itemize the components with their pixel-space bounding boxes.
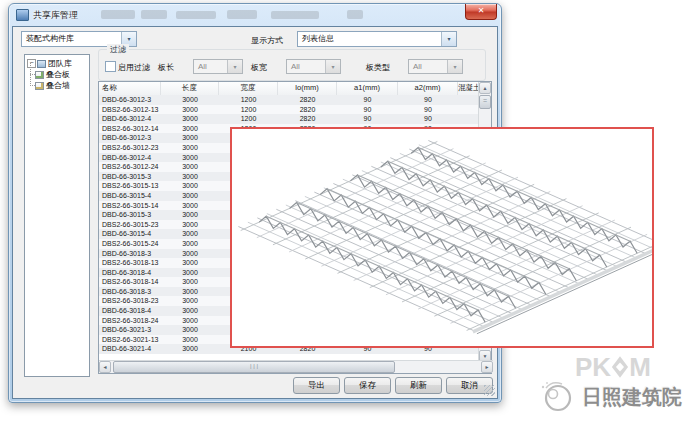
desktop-background: 共享库管理 ✕ 装配式构件库 ▾ 显示方式 列表信息 ▾ −团队库	[0, 0, 700, 423]
slab-icon	[35, 71, 44, 79]
save-button[interactable]: 保存	[344, 377, 391, 394]
column-header-1[interactable]: 长度	[161, 82, 219, 95]
chevron-down-icon: ▾	[325, 60, 340, 73]
wall-icon	[35, 82, 44, 90]
close-button[interactable]: ✕	[465, 4, 497, 20]
display-mode-combobox[interactable]: 列表信息 ▾	[297, 31, 457, 47]
display-mode-label: 显示方式	[251, 35, 283, 46]
background-window-remnant	[227, 10, 257, 19]
horizontal-scrollbar[interactable]: ◄ ►	[99, 360, 493, 373]
table-row[interactable]: DBD-66-3012-33000120028209090	[99, 95, 480, 105]
filter-combobox-1[interactable]: All▾	[286, 59, 341, 74]
close-icon: ✕	[478, 6, 485, 15]
resize-grip[interactable]	[484, 385, 495, 396]
enable-filter-checkbox[interactable]	[105, 61, 116, 72]
tree-root-team-library[interactable]: −团队库	[25, 58, 89, 69]
table-row[interactable]: DBD-66-3012-43000120028209090	[99, 114, 480, 124]
export-button[interactable]: 导出	[293, 377, 340, 394]
column-header-6[interactable]: 混凝土	[458, 82, 480, 95]
dialog-titlebar[interactable]: 共享库管理 ✕	[9, 4, 501, 26]
filter-combobox-2[interactable]: All▾	[408, 59, 463, 74]
dialog-title: 共享库管理	[33, 9, 78, 22]
scroll-up-icon[interactable]: ▲	[479, 82, 491, 94]
refresh-button[interactable]: 刷新	[395, 377, 442, 394]
filter-legend: 过滤	[107, 44, 129, 55]
column-header-0[interactable]: 名称	[99, 82, 161, 95]
display-mode-value: 列表信息	[302, 34, 334, 43]
organization-name: 日照建筑院	[582, 384, 682, 411]
filter-combobox-0[interactable]: All▾	[193, 59, 243, 74]
chevron-down-icon: ▾	[447, 60, 462, 73]
filter-label-1: 板宽	[251, 62, 267, 73]
column-header-4[interactable]: a1(mm)	[337, 82, 398, 95]
chevron-down-icon: ▾	[227, 60, 242, 73]
vertical-scroll-thumb[interactable]	[479, 95, 491, 109]
rizhao-logo-icon	[538, 378, 576, 414]
chevron-down-icon: ▾	[441, 32, 456, 46]
scroll-left-icon[interactable]: ◄	[99, 361, 111, 373]
scroll-right-icon[interactable]: ►	[481, 361, 493, 373]
filter-label-0: 板长	[158, 62, 174, 73]
filter-groupbox: 过滤 启用过滤 板长All▾板宽All▾板类型All▾	[98, 49, 486, 81]
library-icon	[37, 60, 46, 68]
tree-item-slab[interactable]: 叠合板	[35, 69, 89, 80]
column-header-3[interactable]: lo(mm)	[278, 82, 337, 95]
tree-collapse-icon[interactable]: −	[27, 59, 36, 68]
organization-watermark: 日照建筑院	[538, 378, 576, 418]
enable-filter-label: 启用过滤	[118, 62, 150, 73]
filter-label-2: 板类型	[366, 62, 390, 73]
library-type-value: 装配式构件库	[26, 34, 74, 43]
tree-item-wall[interactable]: 叠合墙	[35, 80, 89, 91]
pkpm-logo: PKM	[575, 354, 651, 380]
window-icon	[16, 9, 29, 21]
library-tree: −团队库 叠合板叠合墙	[24, 54, 90, 377]
pkpm-diamond-icon	[611, 355, 629, 379]
background-window-remnant	[271, 11, 319, 19]
column-header-5[interactable]: a2(mm)	[398, 82, 458, 95]
column-header-2[interactable]: 宽度	[219, 82, 278, 95]
table-row[interactable]: DBS2-66-3012-133000120028209090	[99, 105, 480, 115]
background-window-remnant	[176, 11, 216, 19]
background-window-remnant	[101, 10, 135, 19]
background-window-remnant	[141, 10, 167, 19]
preview-image-panel	[230, 127, 654, 348]
background-window-remnant	[347, 10, 363, 19]
table-header: 名称长度宽度lo(mm)a1(mm)a2(mm)混凝土	[99, 82, 480, 96]
truss-deck-wireframe	[232, 129, 652, 346]
horizontal-scroll-thumb[interactable]	[113, 361, 395, 373]
